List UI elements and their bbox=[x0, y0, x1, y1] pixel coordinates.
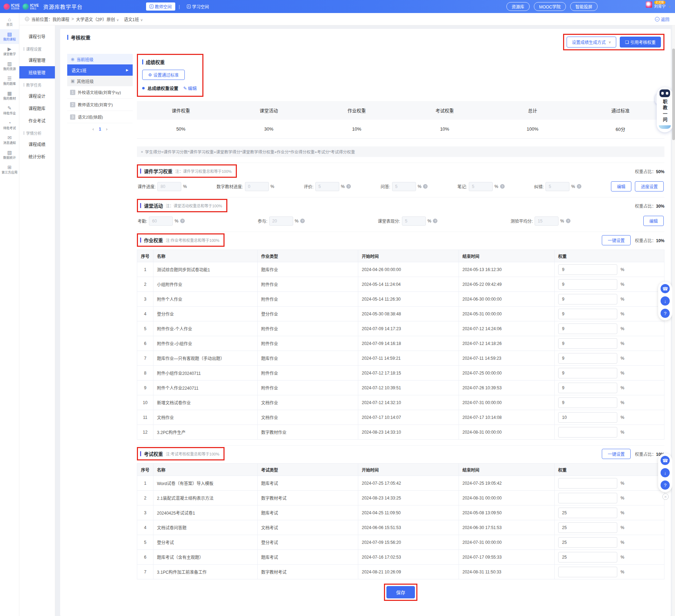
exam-weight-input[interactable] bbox=[558, 508, 617, 518]
weight-value-input[interactable] bbox=[149, 216, 173, 226]
submenu-course-score[interactable]: 课程成绩 bbox=[19, 138, 55, 150]
homework-weight-input[interactable] bbox=[558, 383, 617, 393]
sidebar-item[interactable]: ▤ 我的课程 bbox=[0, 29, 19, 44]
weight-value-input[interactable] bbox=[402, 216, 426, 226]
help-icon[interactable]: ? bbox=[180, 219, 185, 223]
sidebar-item[interactable]: ✎ 待批作业 bbox=[0, 103, 19, 118]
close-icon[interactable]: ✕ bbox=[662, 494, 669, 500]
page-number[interactable]: 1 bbox=[99, 127, 101, 132]
help-icon[interactable]: ? bbox=[500, 184, 505, 189]
submenu-course-design[interactable]: 课程设计 bbox=[19, 90, 55, 102]
other-class-item[interactable]: 1 外校语文班级(刘育宁sy) bbox=[67, 86, 133, 99]
homework-batch-set-button[interactable]: 一键设置 bbox=[602, 235, 631, 245]
teacher-space-tab[interactable]: 人 教师空间 bbox=[146, 2, 175, 11]
other-class-item[interactable]: 2 教师语文班(刘育宁) bbox=[67, 99, 133, 111]
weight-value-input[interactable] bbox=[315, 182, 339, 191]
help-circle-icon[interactable]: ? bbox=[661, 480, 670, 490]
next-page-button[interactable]: › bbox=[106, 127, 107, 132]
set-grade-generation-button[interactable]: 设置成绩生成方式∨ bbox=[567, 37, 616, 48]
sidebar-item[interactable]: ▧ 数据统计 bbox=[0, 147, 19, 162]
save-button[interactable]: 保存 bbox=[386, 586, 415, 598]
homework-row-end: 2024-07-17 10:14:08 bbox=[459, 410, 555, 425]
other-class-item[interactable]: 3 语文2班(徐超) bbox=[67, 111, 133, 123]
submenu-course-guide[interactable]: 课程引导 bbox=[19, 30, 55, 43]
sidebar-item[interactable]: ⊞ 第三方应用 bbox=[0, 162, 19, 177]
download-icon[interactable]: ↓ bbox=[661, 296, 670, 306]
exam-weight-input[interactable] bbox=[558, 567, 617, 577]
courseware-edit-button[interactable]: 编辑 bbox=[611, 181, 631, 191]
submenu-stats-analysis[interactable]: 统计分析 bbox=[19, 150, 55, 163]
submenu-course-bank[interactable]: 课程题库 bbox=[19, 102, 55, 114]
current-class-item[interactable]: 语文1班 ▶ bbox=[67, 64, 133, 76]
sidebar-item[interactable]: ⌂ 首页 bbox=[0, 14, 19, 29]
breadcrumb-course-dropdown[interactable]: 大学语文（2P）原创∨ bbox=[76, 16, 119, 22]
help-icon[interactable]: ? bbox=[433, 219, 437, 223]
sidebar-item[interactable]: ▶ 课堂教学 bbox=[0, 44, 19, 59]
weight-value-input[interactable] bbox=[157, 182, 181, 191]
homework-weight-input[interactable] bbox=[558, 368, 617, 378]
breadcrumb-class-dropdown[interactable]: 语文1班∨ bbox=[124, 16, 143, 22]
exam-weight-input[interactable] bbox=[558, 537, 617, 548]
back-button[interactable]: ← 返回 bbox=[655, 16, 669, 22]
submenu-class-manage[interactable]: 班级管理 bbox=[19, 66, 55, 78]
courseware-note: 注：课件学习权重总和等于100% bbox=[175, 168, 232, 174]
total-weight-edit-link[interactable]: ✎ 编辑 bbox=[183, 85, 197, 92]
weight-value-input[interactable] bbox=[392, 182, 416, 191]
weight-value-input[interactable] bbox=[269, 216, 293, 226]
customer-service-icon[interactable]: ☎ bbox=[661, 284, 670, 293]
exam-batch-set-button[interactable]: 一键设置 bbox=[602, 449, 631, 459]
weight-value-input[interactable] bbox=[545, 182, 569, 191]
student-space-tab[interactable]: 人 学习空间 bbox=[183, 2, 213, 11]
help-icon[interactable]: ? bbox=[300, 219, 305, 223]
top-action-button[interactable]: MOOC学院 bbox=[534, 2, 566, 11]
scrollbar-thumb[interactable] bbox=[672, 49, 675, 140]
exam-weight-input[interactable] bbox=[558, 478, 617, 489]
help-circle-icon[interactable]: ? bbox=[661, 309, 670, 318]
help-icon[interactable]: ? bbox=[577, 184, 581, 189]
exam-weight-input[interactable] bbox=[558, 493, 617, 503]
homework-weight-input[interactable] bbox=[558, 412, 617, 423]
homework-weight-input[interactable] bbox=[558, 353, 617, 364]
homework-weight-input[interactable] bbox=[558, 397, 617, 408]
classroom-edit-button[interactable]: 编辑 bbox=[643, 216, 664, 226]
help-icon[interactable]: ? bbox=[423, 184, 428, 189]
weight-value-input[interactable] bbox=[245, 182, 269, 191]
help-icon[interactable]: ? bbox=[566, 219, 570, 223]
set-pass-standard-button[interactable]: ⚙ 设置通过标准 bbox=[142, 70, 185, 80]
quote-assessment-weight-button[interactable]: ❏ 引用考核权重 bbox=[620, 37, 661, 48]
sidebar-item[interactable]: ☰ 我的题库 bbox=[0, 74, 19, 88]
weight-value-input[interactable] bbox=[535, 216, 559, 226]
prev-page-button[interactable]: ‹ bbox=[93, 127, 94, 132]
homework-weight-input[interactable] bbox=[558, 294, 617, 304]
exam-row-start: 2024-07-16 17:02:53 bbox=[358, 550, 459, 565]
sidebar-item[interactable]: ▥ 我的资源 bbox=[0, 59, 19, 74]
homework-table-row: 1 测试综合题同步到试卷功能1 题库作业 2024-04-26 00:00:00… bbox=[137, 262, 664, 277]
download-icon[interactable]: ↓ bbox=[661, 468, 670, 477]
homework-weight-input[interactable] bbox=[558, 427, 617, 438]
homework-weight-input[interactable] bbox=[558, 264, 617, 275]
submenu-course-manage[interactable]: 课程管理 bbox=[19, 54, 55, 66]
weight-value-input[interactable] bbox=[469, 182, 493, 191]
customer-service-icon[interactable]: ☎ bbox=[661, 456, 670, 465]
class-card-icon: ▣ bbox=[71, 78, 75, 83]
homework-weight-input[interactable] bbox=[558, 338, 617, 349]
top-action-button[interactable]: 资源库 bbox=[506, 2, 530, 11]
exam-weight-input[interactable] bbox=[558, 522, 617, 533]
progress-settings-button[interactable]: 进度设置 bbox=[635, 181, 664, 191]
help-icon[interactable]: ? bbox=[346, 184, 351, 189]
sidebar-item[interactable]: ✉ 消息通知 bbox=[0, 133, 19, 147]
homework-weight-input[interactable] bbox=[558, 279, 617, 290]
homework-weight-input[interactable] bbox=[558, 309, 617, 319]
page-scrollbar[interactable] bbox=[672, 25, 675, 616]
homework-row-name: 登分作业 bbox=[153, 307, 258, 321]
top-action-button[interactable]: 智能投屏 bbox=[570, 2, 598, 11]
sidebar-item[interactable]: ▦ 我的教材 bbox=[0, 88, 19, 103]
user-menu[interactable]: 正式版 刘育宁 ∨ bbox=[646, 1, 671, 9]
exam-weight-input[interactable] bbox=[558, 552, 617, 562]
homework-weight-input[interactable] bbox=[558, 323, 617, 334]
breadcrumb-my-courses[interactable]: 我的课程 bbox=[52, 16, 69, 22]
exam-row-end: 2024-08-31 11:50:33 bbox=[459, 565, 555, 579]
zhijiao-assistant-widget[interactable]: 职教一问 bbox=[657, 87, 673, 132]
submenu-homework-exam[interactable]: 作业考试 bbox=[19, 114, 55, 127]
sidebar-item[interactable]: ◔ 待批考试 bbox=[0, 118, 19, 133]
